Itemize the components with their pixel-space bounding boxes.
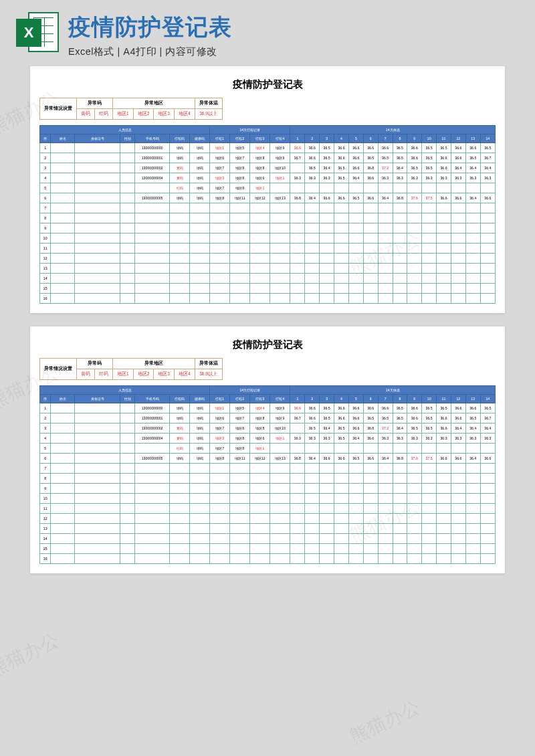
cell	[51, 274, 75, 284]
cell-temp: 36.6	[407, 413, 422, 423]
settings-item: 地区2	[133, 109, 154, 120]
header-sex: 性别	[120, 395, 135, 403]
cell-temp: 36.6	[378, 143, 393, 153]
cell	[378, 494, 393, 504]
cell	[305, 504, 320, 514]
cell	[378, 514, 393, 524]
cell-temp: 36.5	[422, 143, 437, 153]
cell	[305, 544, 320, 554]
cell-trip: 地区8	[210, 193, 230, 203]
header-trip: 行程3	[250, 395, 270, 403]
cell	[451, 504, 465, 514]
cell: 10	[40, 494, 51, 504]
cell-temp: 36.4	[320, 163, 334, 173]
cell	[363, 274, 378, 284]
cell	[120, 524, 135, 534]
cell	[210, 464, 230, 474]
header-group-person: 人员信息	[40, 386, 210, 395]
settings-item: 地区4	[174, 109, 195, 120]
cell: 6	[40, 193, 51, 203]
cell-trip: 地区12	[250, 193, 270, 203]
cell	[250, 494, 270, 504]
cell	[135, 504, 170, 514]
cell-temp: 36.6	[437, 163, 451, 173]
cell-temp: 36.5	[465, 153, 480, 163]
cell-temp: 36.6	[334, 403, 349, 413]
cell	[250, 524, 270, 534]
cell	[363, 524, 378, 534]
cell-trip: 地区8	[250, 413, 270, 423]
cell-temp: 36.5	[480, 143, 495, 153]
cell: 绿码	[170, 454, 190, 464]
cell-trip: 地区9	[270, 143, 290, 153]
cell: 绿码	[170, 153, 190, 163]
cell	[334, 294, 349, 304]
cell	[378, 534, 393, 544]
cell: 13000000001	[135, 413, 170, 423]
settings-group-label: 异常地区	[113, 98, 195, 109]
table-row: 5红码绿码地区7地区8地区1	[40, 183, 496, 193]
cell-temp: 36.6	[348, 403, 363, 413]
cell	[51, 524, 75, 534]
cell	[363, 223, 378, 233]
table-row: 313000000002黄码绿码地区7地区8地区8地区1036.536.436.…	[40, 163, 496, 173]
cell-temp	[407, 183, 422, 193]
cell	[363, 264, 378, 274]
cell: 绿码	[190, 193, 210, 203]
cell-temp: 36.5	[363, 413, 378, 423]
cell	[407, 464, 422, 474]
cell	[422, 244, 437, 254]
cell	[51, 183, 75, 193]
cell	[422, 264, 437, 274]
banner-title: 疫情防护登记表	[68, 12, 232, 43]
cell	[135, 244, 170, 254]
cell	[74, 264, 120, 274]
header-group-person: 人员信息	[40, 126, 210, 134]
cell-temp	[407, 444, 422, 454]
header-day: 12	[451, 134, 465, 143]
cell-temp: 36.6	[437, 153, 451, 163]
cell	[305, 554, 320, 564]
cell-trip: 地区6	[210, 413, 230, 423]
cell: 16	[40, 554, 51, 564]
cell	[305, 233, 320, 244]
cell	[480, 264, 495, 274]
cell	[170, 544, 190, 554]
cell	[393, 504, 407, 514]
cell-trip: 地区9	[270, 403, 290, 413]
cell	[305, 213, 320, 223]
cell	[348, 474, 363, 484]
cell	[120, 244, 135, 254]
table-row: 16	[40, 554, 496, 564]
cell-temp: 36.5	[480, 403, 495, 413]
cell	[74, 464, 120, 474]
cell-temp: 36.3	[378, 434, 393, 444]
cell	[480, 244, 495, 254]
cell	[120, 274, 135, 284]
cell	[51, 223, 75, 233]
cell: 绿码	[190, 183, 210, 193]
table-row: 15	[40, 544, 496, 554]
cell	[465, 264, 480, 274]
cell	[230, 244, 250, 254]
cell	[120, 454, 135, 464]
cell	[320, 464, 334, 474]
cell-temp	[334, 183, 349, 193]
cell	[190, 294, 210, 304]
cell	[170, 233, 190, 244]
cell	[74, 474, 120, 484]
cell	[290, 244, 305, 254]
cell	[135, 294, 170, 304]
cell	[407, 274, 422, 284]
settings-group-label: 异常体温	[195, 98, 222, 109]
cell-temp: 36.6	[437, 423, 451, 434]
cell	[230, 223, 250, 233]
table-row: 413000000004黄码绿码地区3地区8地区6地区136.336.336.3…	[40, 434, 496, 444]
cell	[465, 504, 480, 514]
cell-temp: 36.5	[437, 143, 451, 153]
cell	[270, 254, 290, 264]
cell: 绿码	[190, 423, 210, 434]
settings-item: 黄码	[77, 109, 95, 120]
cell	[210, 494, 230, 504]
cell: 8	[40, 474, 51, 484]
